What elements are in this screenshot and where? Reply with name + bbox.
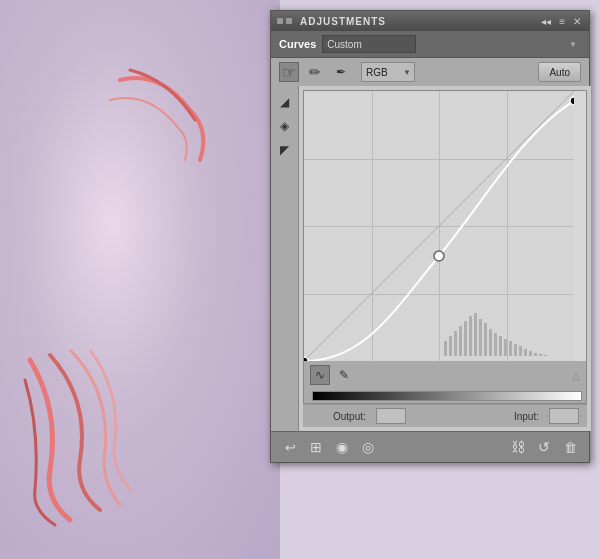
hair-streaks-top xyxy=(100,60,220,180)
input-label: Input: xyxy=(514,411,539,422)
title-bar: ADJUSTMENTS ◂◂ ≡ ✕ xyxy=(271,11,589,31)
svg-rect-13 xyxy=(509,341,512,356)
svg-rect-5 xyxy=(469,316,472,356)
svg-rect-11 xyxy=(499,336,502,356)
svg-rect-12 xyxy=(504,339,507,356)
svg-rect-8 xyxy=(484,323,487,356)
svg-rect-0 xyxy=(444,341,447,356)
histogram xyxy=(444,313,547,356)
panel-header: Curves CustomDefaultStrong ContrastLinea… xyxy=(271,31,589,58)
svg-rect-14 xyxy=(514,344,517,356)
input-value-input[interactable] xyxy=(549,408,579,424)
svg-rect-15 xyxy=(519,346,522,356)
reset-button[interactable]: ⛓ xyxy=(507,436,529,458)
side-dropper3[interactable]: ◤ xyxy=(275,140,295,160)
svg-rect-4 xyxy=(464,321,467,356)
view-button[interactable]: ◎ xyxy=(357,436,379,458)
side-tools: ◢ ◈ ◤ xyxy=(271,86,299,431)
dropper-tool-button[interactable]: ✒ xyxy=(331,62,351,82)
svg-rect-9 xyxy=(489,329,492,356)
curve-mode-button[interactable]: ∿ xyxy=(310,365,330,385)
side-dropper2[interactable]: ◈ xyxy=(275,116,295,136)
triangle-marker: △ xyxy=(572,370,580,381)
menu-button[interactable]: ≡ xyxy=(557,16,567,27)
svg-rect-7 xyxy=(479,319,482,356)
collapse-button[interactable]: ◂◂ xyxy=(539,16,553,27)
gradient-strip-container xyxy=(304,389,586,403)
svg-rect-18 xyxy=(534,353,537,356)
toolbar-row: ☞ ✏ ✒ RGBRedGreenBlue Auto xyxy=(271,58,589,86)
output-input-row: Output: Input: xyxy=(303,404,587,427)
output-value-input[interactable] xyxy=(376,408,406,424)
svg-rect-1 xyxy=(449,336,452,356)
curve-path xyxy=(304,101,574,361)
history-back-button[interactable]: ↩ xyxy=(279,436,301,458)
below-canvas-controls: ∿ ✎ △ xyxy=(304,361,586,389)
curve-point-mid[interactable] xyxy=(434,251,444,261)
new-adjustment-button[interactable]: ⊞ xyxy=(305,436,327,458)
curve-point-end[interactable] xyxy=(570,97,574,105)
dot2 xyxy=(286,18,292,24)
svg-rect-20 xyxy=(544,355,547,356)
svg-rect-10 xyxy=(494,333,497,356)
channel-select-wrapper[interactable]: RGBRedGreenBlue xyxy=(361,62,415,82)
curves-canvas-container[interactable]: ∿ ✎ △ xyxy=(303,90,587,404)
main-content: ◢ ◈ ◤ xyxy=(271,86,589,431)
close-button[interactable]: ✕ xyxy=(571,16,583,27)
pencil-tool-button[interactable]: ✏ xyxy=(305,62,325,82)
pencil-mode-button[interactable]: ✎ xyxy=(334,365,354,385)
svg-rect-2 xyxy=(454,331,457,356)
preset-select-wrapper[interactable]: CustomDefaultStrong ContrastLinear Contr… xyxy=(322,35,581,53)
curves-svg xyxy=(304,91,574,361)
hair-streaks-bottom xyxy=(20,350,200,530)
svg-rect-3 xyxy=(459,326,462,356)
refresh-button[interactable]: ↺ xyxy=(533,436,555,458)
preset-select[interactable]: CustomDefaultStrong ContrastLinear Contr… xyxy=(322,35,416,53)
curves-grid[interactable] xyxy=(304,91,574,361)
curves-label: Curves xyxy=(279,38,316,50)
svg-rect-17 xyxy=(529,351,532,356)
svg-rect-16 xyxy=(524,349,527,356)
dot1 xyxy=(277,18,283,24)
finger-tool-button[interactable]: ☞ xyxy=(279,62,299,82)
svg-rect-6 xyxy=(474,313,477,356)
curves-area: ∿ ✎ △ Output: Input: xyxy=(299,86,591,431)
side-dropper1[interactable]: ◢ xyxy=(275,92,295,112)
channel-select[interactable]: RGBRedGreenBlue xyxy=(361,62,415,82)
adjustments-panel: ADJUSTMENTS ◂◂ ≡ ✕ Curves CustomDefaultS… xyxy=(270,10,590,463)
diagonal-reference xyxy=(304,91,574,361)
delete-button[interactable]: 🗑 xyxy=(559,436,581,458)
title-dots xyxy=(277,18,292,24)
gradient-strip xyxy=(312,391,582,401)
visibility-button[interactable]: ◉ xyxy=(331,436,353,458)
svg-rect-19 xyxy=(539,354,542,356)
output-label: Output: xyxy=(333,411,366,422)
auto-button[interactable]: Auto xyxy=(538,62,581,82)
bottom-toolbar: ↩ ⊞ ◉ ◎ ⛓ ↺ 🗑 xyxy=(271,431,589,462)
panel-title: ADJUSTMENTS xyxy=(300,16,386,27)
